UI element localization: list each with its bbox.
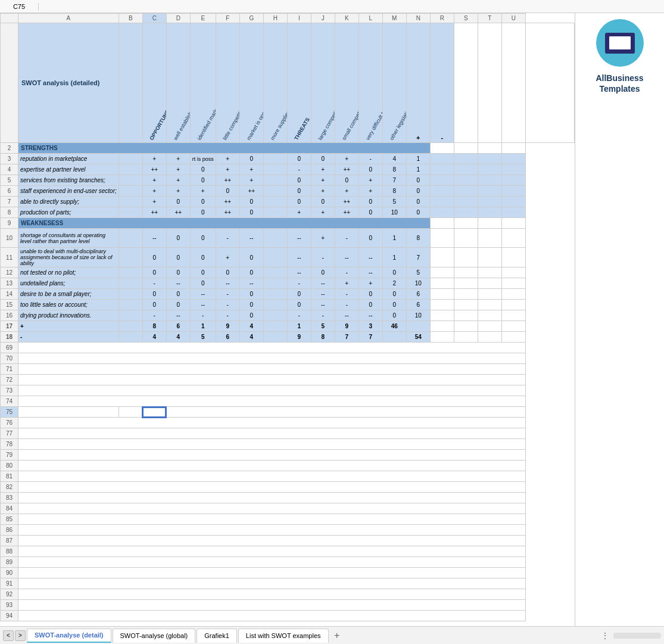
diag-label-j: large competitors that are operating at … [317,32,335,141]
more-options-button[interactable]: ⋮ [601,631,609,640]
row-num [1,23,18,143]
weaknesses-header-cell: WEAKNESESS [18,218,431,229]
diag-col-j: large competitors that are operating at … [311,23,335,143]
table-row: 92 [1,589,575,600]
col-header-a[interactable]: A [18,14,119,23]
row-label: too little sales or account; [18,300,119,310]
col-header-g[interactable]: G [239,14,263,23]
table-row: 75 [1,407,575,418]
col-header-h[interactable]: H [263,14,287,23]
table-row: 82 [1,482,575,493]
table-row: 85 [1,514,575,525]
col-header-k[interactable]: K [335,14,359,23]
col-header-l[interactable]: L [359,14,382,23]
col-header-f[interactable]: F [216,14,239,23]
tab-grafiek[interactable]: Grafiek1 [197,629,237,643]
table-row: 11 unable to deal with multi-disciplinar… [1,248,575,267]
tab-swot-detail[interactable]: SWOT-analyse (detail) [27,629,111,643]
spreadsheet-table: A B C D E F G H I J K L M N R [0,13,575,621]
table-row: 72 [1,375,575,385]
table-row: 16 drying product innovations. - -- - - … [1,310,575,321]
col-header-c[interactable]: C [142,14,166,23]
opportunities-header: OPPORTUNITIES [142,23,166,143]
diag-col-h: more suppliers on the market [263,23,287,143]
table-row: 94 [1,611,575,621]
row-label: undetailed plans; [18,278,119,289]
diag-label-d: well established position with a well de… [172,23,190,141]
corner-cell [1,14,18,23]
table-row: 76 [1,418,575,428]
col-header-m[interactable]: M [382,14,406,23]
row-label: production of parts; [18,207,119,218]
table-row: 14 desire to be a small player; 0 0 -- -… [1,289,575,300]
col-header-s[interactable]: S [454,14,478,23]
table-row: 84 [1,503,575,514]
diag-label-h: more suppliers on the market [269,78,287,141]
brand-logo-circle [596,19,644,67]
table-row: 71 [1,364,575,375]
table-row: 73 [1,385,575,396]
diag-col-g: market is open to innovations [239,23,263,143]
col-header-d[interactable]: D [166,14,190,23]
table-row: 69 [1,343,575,353]
col-header-e[interactable]: E [190,14,216,23]
opportunities-label: OPPORTUNITIES [148,100,166,141]
brand-name: AllBusinessTemplates [596,73,643,94]
table-row: 91 [1,578,575,589]
strengths-header-cell: STRENGTHS [18,143,431,154]
title-row: SWOT analysis (detailed) OPPORTUNITIES w… [1,23,575,143]
table-row: 90 [1,568,575,578]
sheet-scroll[interactable]: A B C D E F G H I J K L M N R [0,13,575,626]
table-row: 3 reputation in marketplace + + rt is po… [1,154,575,164]
table-row: 93 [1,600,575,611]
diag-label-l: very difficult to interpret market signa… [364,59,382,141]
tab-add-button[interactable]: + [330,629,344,643]
bottom-bar: < > SWOT-analyse (detail) SWOT-analyse (… [0,626,664,644]
row-label: expertise at partner level [18,164,119,175]
table-row: 74 [1,396,575,407]
selected-cell-c75[interactable] [142,407,166,418]
table-row: 5 services from existing branches; + + 0… [1,175,575,186]
laptop-screen [609,36,631,49]
tab-list-swot[interactable]: List with SWOT examples [238,629,329,643]
total-minus-row: 18 - 4 4 5 6 4 9 8 7 7 54 [1,332,575,343]
row-label: able to directly supply; [18,197,119,207]
nav-next-button[interactable]: > [15,630,26,641]
plus-header: + [406,23,430,143]
table-row: 87 [1,536,575,546]
row-label: staff experienced in end-user sector; [18,186,119,197]
minus-header: - [430,23,454,143]
table-row: 80 [1,461,575,471]
formula-bar: C75 [0,0,664,13]
diag-label-e: identified market in areas other than co… [196,38,216,141]
diag-label-g: market is open to innovations [245,78,263,141]
table-row: 12 not tested or no pilot; 0 0 0 0 0 -- … [1,267,575,278]
strengths-section-row: 2 STRENGTHS [1,143,575,154]
total-plus-label: + [18,321,119,332]
threats-header: THREATS [287,23,311,143]
table-row: 10 shortage of consultants at operating … [1,229,575,248]
col-header-j[interactable]: J [311,14,335,23]
diag-label-m: other legislation coming [388,89,406,141]
diag-col-d: well established position with a well de… [166,23,190,143]
col-header-u[interactable]: U [501,14,525,23]
row-label: not tested or no pilot; [18,267,119,278]
diag-label-k: small competitors that invade the market… [341,43,359,141]
row-label: drying product innovations. [18,310,119,321]
col-header-b[interactable]: B [119,14,142,23]
col-header-n[interactable]: N [406,14,430,23]
col-header-r[interactable]: R [430,14,454,23]
tab-swot-global[interactable]: SWOT-analyse (global) [113,629,196,643]
diag-label-f: little competition decisively [222,83,239,141]
col-header-t[interactable]: T [478,14,501,23]
nav-prev-button[interactable]: < [3,630,14,641]
title-cell: SWOT analysis (detailed) [18,23,119,143]
col-header-i[interactable]: I [287,14,311,23]
right-panel: AllBusinessTemplates [575,13,664,626]
diag-col-e: identified market in areas other than co… [190,23,216,143]
table-row: 77 [1,428,575,439]
row-label: shortage of consultants at operating lev… [18,229,119,248]
sheet-title: SWOT analysis (detailed) [21,79,116,86]
scrollbar-track[interactable] [613,633,661,639]
weaknesses-section-row: 9 WEAKNESESS [1,218,575,229]
